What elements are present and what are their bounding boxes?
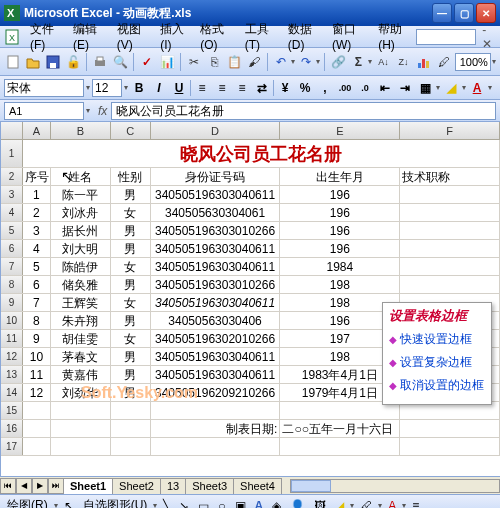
cell[interactable]: 二○○五年一月十六日 [280,420,400,437]
cell[interactable]: 7 [23,294,51,311]
research-icon[interactable]: 📊 [158,52,176,72]
col-header-b[interactable]: B [51,122,111,139]
title-cell[interactable]: 晓风公司员工花名册 [23,140,500,168]
cell[interactable]: 陈皓伊 [51,258,111,275]
row-header[interactable]: 17 [1,438,23,455]
cell[interactable]: 340505196303010266 [151,276,281,293]
cell[interactable]: 340505196303040611 [151,294,281,311]
percent-icon[interactable]: % [296,79,314,97]
cell[interactable]: 198 [280,276,400,293]
row-header[interactable]: 6 [1,240,23,257]
print-icon[interactable] [91,52,109,72]
diagram-icon[interactable]: ◈ [269,499,284,509]
cell[interactable]: 340505196302010266 [151,330,281,347]
line-color-icon[interactable]: 🖊 [357,499,375,509]
cell[interactable]: 340505196303040611 [151,186,281,203]
row-header[interactable]: 9 [1,294,23,311]
cell[interactable]: 4 [23,240,51,257]
sheet-tab[interactable]: Sheet3 [185,478,234,494]
font-color-icon[interactable]: A [385,499,399,509]
fill-color-icon[interactable]: ◢ [332,499,347,509]
cell[interactable]: 2 [23,204,51,221]
paste-icon[interactable]: 📋 [225,52,243,72]
cell[interactable]: 出生年月 [280,168,400,185]
cell[interactable]: 男 [111,186,151,203]
borders-icon[interactable]: ▦ [416,79,434,97]
col-header-f[interactable]: F [400,122,500,139]
cell[interactable]: 陈一平 [51,186,111,203]
row-header[interactable]: 16 [1,420,23,437]
cut-icon[interactable]: ✂ [185,52,203,72]
row-header[interactable]: 15 [1,402,23,419]
cell[interactable]: 朱卉翔 [51,312,111,329]
save-icon[interactable] [44,52,62,72]
sum-icon[interactable]: Σ [349,52,367,72]
col-header-a[interactable]: A [23,122,51,139]
dec-decimal-icon[interactable]: .0 [356,79,374,97]
comma-icon[interactable]: , [316,79,334,97]
col-header-c[interactable]: C [111,122,151,139]
popup-item[interactable]: 设置复杂边框 [389,354,485,371]
cell[interactable] [400,258,500,275]
row-header[interactable]: 8 [1,276,23,293]
font-name-select[interactable]: 宋体 [4,79,84,97]
row-header[interactable]: 10 [1,312,23,329]
menu-format[interactable]: 格式(O) [194,19,239,54]
cell[interactable]: 340505196303040611 [151,258,281,275]
row-header[interactable]: 5 [1,222,23,239]
cell[interactable]: 340505196303040611 [151,366,281,383]
help-search-input[interactable] [416,29,476,45]
row-header[interactable]: 1 [1,140,23,167]
format-painter-icon[interactable]: 🖌 [245,52,263,72]
italic-button[interactable]: I [150,79,168,97]
cell[interactable]: 男 [111,366,151,383]
wordart-icon[interactable]: A [252,499,267,509]
cell[interactable]: 男 [111,348,151,365]
menu-help[interactable]: 帮助(H) [372,19,416,54]
cell[interactable]: 11 [23,366,51,383]
align-center-icon[interactable]: ≡ [213,79,231,97]
textbox-icon[interactable]: ▣ [232,499,249,509]
sort-desc-icon[interactable]: Z↓ [395,52,413,72]
sheet-tab[interactable]: Sheet1 [63,478,113,494]
cell[interactable]: 男 [111,312,151,329]
cell[interactable] [400,186,500,203]
cell[interactable] [400,204,500,221]
cell[interactable]: 身份证号码 [151,168,281,185]
preview-icon[interactable]: 🔍 [111,52,129,72]
copy-icon[interactable]: ⎘ [205,52,223,72]
cell[interactable]: 据长州 [51,222,111,239]
cell[interactable]: 王辉笑 [51,294,111,311]
row-header[interactable]: 3 [1,186,23,203]
drawing-icon[interactable]: 🖊 [435,52,453,72]
tab-nav-last[interactable]: ⏭ [48,478,64,494]
cell[interactable]: 340505196303040611 [151,240,281,257]
formula-input[interactable]: 晓风公司员工花名册 [111,102,496,120]
sort-asc-icon[interactable]: A↓ [374,52,392,72]
cell[interactable]: 12 [23,384,51,401]
cell[interactable]: 196 [280,240,400,257]
menu-tools[interactable]: 工具(T) [239,19,282,54]
popup-item[interactable]: 取消设置的边框 [389,377,485,394]
cell[interactable]: 8 [23,312,51,329]
sheet-tab[interactable]: 13 [160,478,186,494]
sheet-tab[interactable]: Sheet4 [233,478,282,494]
cell[interactable]: 刘大明 [51,240,111,257]
cell[interactable]: 女 [111,258,151,275]
row-header[interactable]: 2 [1,168,23,185]
cell[interactable]: 196 [280,186,400,203]
tab-nav-first[interactable]: ⏮ [0,478,16,494]
cell[interactable]: 196 [280,222,400,239]
cell[interactable]: 9 [23,330,51,347]
undo-icon[interactable]: ↶ [272,52,290,72]
font-color-icon[interactable]: A [468,79,486,97]
dec-indent-icon[interactable]: ⇤ [376,79,394,97]
line-icon[interactable]: ╲ [160,499,173,509]
redo-icon[interactable]: ↷ [297,52,315,72]
new-icon[interactable] [4,52,22,72]
cell[interactable]: 女 [111,294,151,311]
align-right-icon[interactable]: ≡ [233,79,251,97]
cell[interactable]: 男 [111,384,151,401]
cell[interactable]: 34050563030406 [151,312,281,329]
tab-nav-next[interactable]: ▶ [32,478,48,494]
